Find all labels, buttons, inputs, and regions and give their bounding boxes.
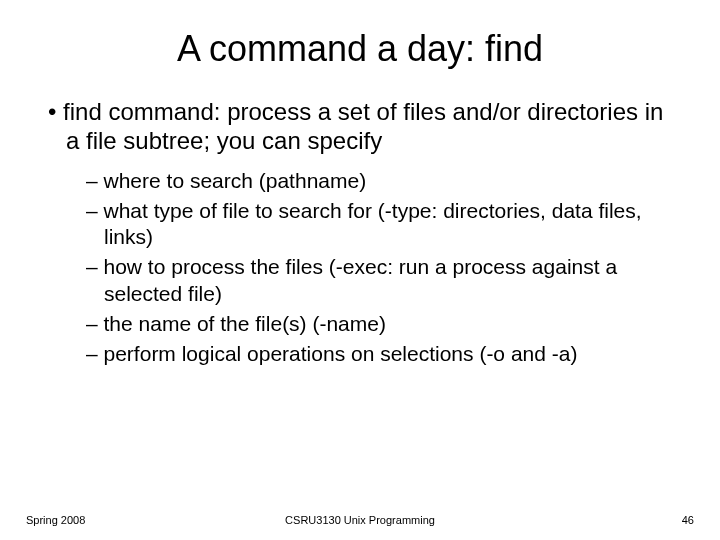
slide-footer: Spring 2008 CSRU3130 Unix Programming 46 xyxy=(0,514,720,526)
slide: A command a day: find find command: proc… xyxy=(0,0,720,540)
bullet-level-1: find command: process a set of files and… xyxy=(66,98,672,156)
bullet-level-2: what type of file to search for (-type: … xyxy=(104,198,672,251)
bullet-level-2: where to search (pathname) xyxy=(104,168,672,194)
sub-bullet-list: where to search (pathname) what type of … xyxy=(86,168,672,368)
footer-page-number: 46 xyxy=(682,514,694,526)
bullet-level-2: perform logical operations on selections… xyxy=(104,341,672,367)
bullet-level-2: the name of the file(s) (-name) xyxy=(104,311,672,337)
bullet-level-2: how to process the files (-exec: run a p… xyxy=(104,254,672,307)
footer-left: Spring 2008 xyxy=(26,514,85,526)
footer-center: CSRU3130 Unix Programming xyxy=(285,514,435,526)
slide-title: A command a day: find xyxy=(48,28,672,70)
